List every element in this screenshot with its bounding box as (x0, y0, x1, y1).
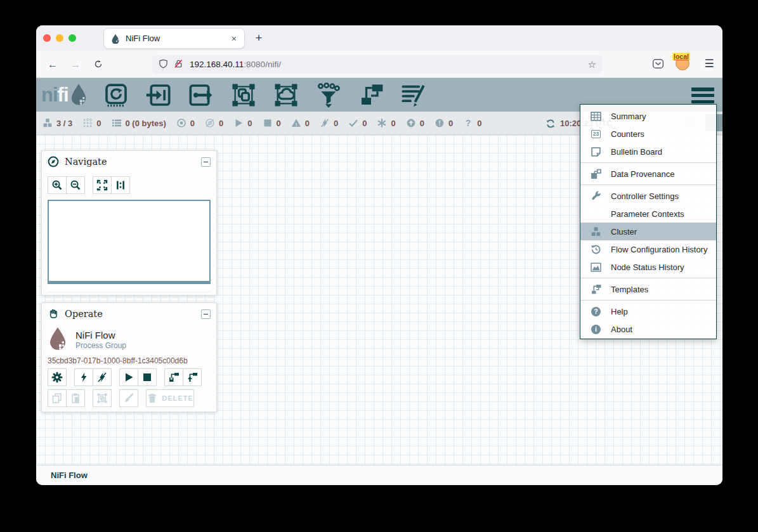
zoom-actual-button[interactable] (111, 176, 130, 194)
zoom-out-button[interactable] (66, 176, 85, 194)
menu-item-parameter-contexts[interactable]: Parameter Contexts (580, 205, 716, 223)
global-menu-button[interactable] (691, 88, 714, 103)
collapse-navigate-button[interactable] (201, 157, 211, 167)
delete-button[interactable]: DELETE (146, 389, 194, 407)
zoom-fit-button[interactable] (93, 176, 112, 194)
pocket-icon[interactable] (651, 57, 665, 73)
zoom-in-button[interactable] (48, 176, 67, 194)
copy-button[interactable] (48, 389, 67, 407)
back-button[interactable]: ← (44, 56, 61, 73)
disabled-status: 0 (320, 118, 338, 128)
about-icon: i (590, 324, 602, 335)
enable-button[interactable] (74, 368, 93, 386)
nifi-logo: nifi (41, 83, 88, 107)
menu-item-help[interactable]: ? Help (580, 302, 716, 320)
flow-id: 35cbd3b7-017b-1000-8bff-1c3405c00d6b (42, 352, 216, 368)
locally-modified-status: 0 (377, 118, 395, 128)
output-port-tool[interactable] (188, 82, 214, 108)
cluster-icon (42, 118, 53, 128)
close-window-button[interactable] (43, 34, 51, 42)
remote-process-group-tool[interactable] (273, 82, 299, 108)
input-port-tool[interactable] (146, 82, 171, 108)
menu-divider (580, 185, 716, 185)
funnel-tool[interactable] (316, 82, 341, 108)
birdseye-view[interactable] (48, 200, 211, 284)
queued-status: 0 (0 bytes) (112, 118, 166, 128)
template-tool[interactable] (358, 82, 384, 108)
maximize-window-button[interactable] (69, 34, 76, 42)
process-group-tool[interactable] (231, 82, 256, 108)
delete-label: DELETE (162, 394, 193, 402)
stopped-icon (263, 118, 273, 128)
locally-modified-icon (377, 118, 387, 128)
bulletin-board-icon (590, 146, 602, 157)
data-provenance-icon (590, 169, 602, 179)
transmitting-status: 0 (176, 118, 195, 128)
label-tool[interactable] (401, 82, 426, 108)
operate-row-2: DELETE (48, 389, 211, 407)
browser-tab[interactable]: NiFi Flow × (103, 28, 245, 49)
transmitting-icon (176, 118, 186, 128)
counters-icon: 23 (590, 129, 602, 139)
shield-icon[interactable] (159, 59, 168, 70)
tab-close-icon[interactable]: × (230, 34, 238, 44)
paste-button[interactable] (66, 389, 85, 407)
menu-item-bulletin-board[interactable]: Bulletin Board (580, 143, 716, 160)
browser-menu-icon[interactable]: ☰ (701, 56, 717, 73)
minimize-window-button[interactable] (56, 34, 63, 42)
running-icon (233, 118, 244, 128)
menu-item-data-provenance[interactable]: Data Provenance (580, 165, 716, 183)
breadcrumb-root[interactable]: NiFi Flow (51, 470, 88, 480)
navigate-toolbar (42, 172, 216, 197)
upload-template-button[interactable] (183, 368, 202, 386)
queued-icon (112, 118, 122, 128)
save-template-button[interactable] (164, 368, 183, 386)
browser-toolbar: ← → 192.168.40.11 :8080/nifi/ ☆ local ☰ (36, 51, 722, 78)
menu-divider (580, 300, 716, 301)
stop-button[interactable] (138, 368, 157, 386)
menu-item-controller-settings[interactable]: Controller Settings (580, 187, 716, 205)
forward-button[interactable]: → (67, 56, 84, 73)
flow-name: NiFi Flow (75, 329, 126, 341)
insecure-lock-icon[interactable] (174, 59, 183, 70)
color-button[interactable] (119, 389, 138, 407)
group-button[interactable] (93, 389, 112, 407)
configuration-button[interactable] (48, 368, 67, 386)
collapse-operate-button[interactable] (201, 309, 211, 319)
operate-header: Operate (42, 303, 216, 325)
running-status: 0 (233, 118, 252, 128)
start-button[interactable] (119, 368, 138, 386)
menu-item-counters[interactable]: 23 Counters (580, 125, 716, 143)
not-transmitting-status: 0 (205, 118, 223, 128)
new-tab-button[interactable]: + (251, 30, 267, 47)
refresh-icon[interactable] (546, 119, 556, 129)
menu-item-node-status-history[interactable]: Node Status History (580, 258, 716, 276)
container-badge: local (672, 53, 690, 60)
birdseye-strip (48, 284, 211, 292)
svg-text:!: ! (438, 120, 440, 127)
menu-item-about[interactable]: i About (580, 320, 716, 338)
reload-button[interactable] (90, 56, 107, 73)
navigate-header: Navigate (42, 151, 216, 172)
tab-bar: NiFi Flow × + (36, 25, 722, 51)
flow-type: Process Group (75, 341, 126, 350)
menu-item-templates[interactable]: Templates (580, 280, 716, 298)
menu-item-summary[interactable]: Summary (580, 107, 716, 125)
menu-item-flow-configuration-history[interactable]: Flow Configuration History (580, 240, 716, 258)
navigate-palette: Navigate (41, 150, 217, 295)
global-menu: Summary 23 Counters Bulletin Board Data … (580, 104, 717, 339)
active-threads-status: 0 (82, 118, 101, 128)
disable-button[interactable] (93, 368, 112, 386)
bookmark-star-icon[interactable]: ☆ (588, 59, 596, 70)
processor-tool[interactable] (103, 82, 129, 108)
locally-modified-stale-status: ! 0 (435, 118, 453, 128)
address-bar[interactable]: 192.168.40.11 :8080/nifi/ ☆ (152, 55, 603, 74)
menu-divider (580, 278, 716, 278)
invalid-status: ! 0 (291, 118, 310, 128)
menu-item-cluster[interactable]: Cluster (580, 223, 716, 240)
svg-text:?: ? (466, 118, 471, 128)
sync-failure-icon: ? (463, 118, 473, 128)
logo-ni: ni (41, 84, 58, 107)
cluster-icon (590, 226, 602, 237)
selected-component: NiFi Flow Process Group (42, 325, 216, 352)
